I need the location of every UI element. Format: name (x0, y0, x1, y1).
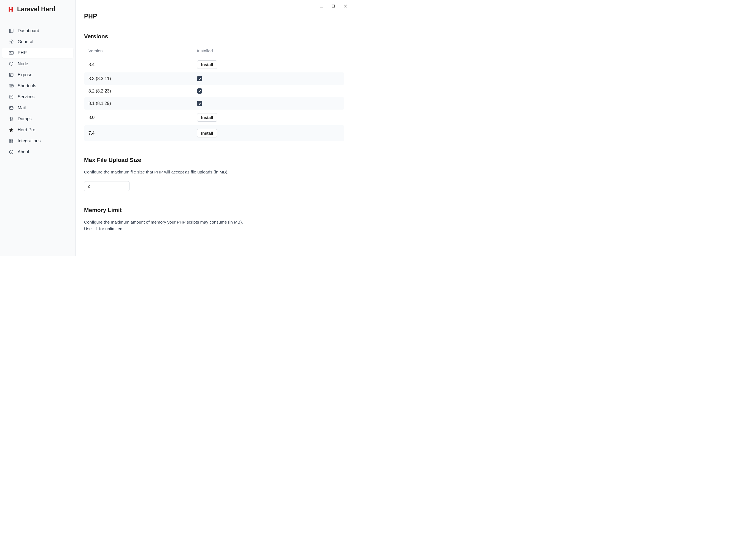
nav-label: Services (18, 94, 34, 99)
sidebar-item-about[interactable]: About (2, 147, 73, 157)
nav-label: Shortcuts (18, 83, 36, 88)
versions-table-header: Version Installed (84, 45, 344, 57)
upload-description: Configure the maximum file size that PHP… (84, 169, 344, 175)
sidebar-header: Laravel Herd (0, 0, 75, 18)
versions-title: Versions (84, 33, 344, 40)
version-label: 8.1 (8.1.29) (88, 101, 197, 106)
svg-point-1 (11, 41, 12, 43)
version-row: 7.4 Install (84, 125, 344, 141)
page-title: PHP (84, 13, 344, 20)
nav-label: Expose (18, 72, 32, 77)
install-button[interactable]: Install (197, 129, 217, 137)
versions-section: Versions Version Installed 8.4 Install 8… (84, 33, 344, 141)
svg-rect-2 (9, 52, 13, 55)
install-cell (197, 101, 340, 106)
nav-label: Dashboard (18, 28, 39, 33)
version-row: 8.0 Install (84, 110, 344, 125)
stack-icon (9, 117, 14, 121)
sidebar: Laravel Herd Dashboard General PHP Node … (0, 0, 76, 256)
col-header-version: Version (88, 48, 197, 53)
svg-point-6 (11, 85, 12, 86)
install-cell: Install (197, 129, 340, 137)
memory-title: Memory Limit (84, 207, 344, 214)
install-cell (197, 76, 340, 81)
memory-desc-line2b: for unlimited. (98, 226, 124, 231)
svg-rect-15 (332, 5, 335, 7)
section-divider (84, 149, 344, 149)
max-upload-input[interactable] (84, 181, 129, 191)
nav-label: Mail (18, 106, 26, 110)
svg-rect-13 (12, 142, 13, 143)
sidebar-item-shortcuts[interactable]: Shortcuts (2, 81, 73, 91)
installed-check-icon (197, 101, 202, 106)
sidebar-item-php[interactable]: PHP (2, 48, 73, 58)
install-button[interactable]: Install (197, 60, 217, 69)
star-icon (9, 128, 14, 133)
terminal-icon (9, 50, 14, 55)
keyboard-icon (9, 83, 14, 88)
version-row: 8.3 (8.3.11) (84, 72, 344, 85)
nav-label: Dumps (18, 117, 32, 121)
mail-icon (9, 106, 14, 110)
section-divider (84, 199, 344, 199)
installed-check-icon (197, 76, 202, 81)
herd-logo-icon (8, 6, 14, 12)
memory-desc-line1: Configure the maximum amount of memory y… (84, 220, 243, 225)
info-icon (9, 150, 14, 155)
memory-description: Configure the maximum amount of memory y… (84, 219, 344, 232)
svg-rect-4 (9, 85, 13, 87)
grid-icon (9, 139, 14, 144)
sidebar-item-herd-pro[interactable]: Herd Pro (2, 125, 73, 135)
upload-section: Max File Upload Size Configure the maxim… (84, 157, 344, 191)
version-label: 8.0 (88, 115, 197, 120)
installed-check-icon (197, 88, 202, 94)
nav-label: PHP (18, 50, 27, 55)
col-header-installed: Installed (197, 48, 340, 53)
svg-rect-11 (12, 139, 13, 141)
svg-point-8 (10, 95, 13, 96)
install-cell (197, 88, 340, 94)
nav-label: Integrations (18, 139, 41, 144)
memory-section: Memory Limit Configure the maximum amoun… (84, 207, 344, 232)
version-label: 8.3 (8.3.11) (88, 76, 197, 81)
svg-rect-10 (10, 139, 11, 141)
window-titlebar (76, 0, 353, 8)
database-icon (9, 94, 14, 99)
memory-desc-code: -1 (93, 226, 98, 231)
version-label: 7.4 (88, 131, 197, 136)
sidebar-item-dumps[interactable]: Dumps (2, 114, 73, 124)
upload-title: Max File Upload Size (84, 157, 344, 163)
version-row: 8.2 (8.2.23) (84, 85, 344, 97)
version-row: 8.4 Install (84, 57, 344, 72)
node-icon (9, 61, 14, 66)
share-icon (9, 72, 14, 77)
dashboard-icon (9, 28, 14, 33)
version-label: 8.4 (88, 62, 197, 67)
nav-label: Node (18, 61, 28, 66)
app-title: Laravel Herd (17, 6, 55, 13)
svg-point-7 (12, 85, 12, 86)
content-area: Versions Version Installed 8.4 Install 8… (76, 27, 353, 256)
sidebar-nav: Dashboard General PHP Node Expose Shortc… (0, 18, 75, 160)
install-cell: Install (197, 113, 340, 122)
main-content: PHP Versions Version Installed 8.4 Insta… (76, 0, 353, 256)
sidebar-item-services[interactable]: Services (2, 92, 73, 102)
install-button[interactable]: Install (197, 113, 217, 122)
sidebar-item-mail[interactable]: Mail (2, 103, 73, 113)
version-label: 8.2 (8.2.23) (88, 89, 197, 94)
gear-icon (9, 39, 14, 44)
sidebar-item-integrations[interactable]: Integrations (2, 136, 73, 146)
nav-label: About (18, 150, 29, 155)
versions-table: Version Installed 8.4 Install 8.3 (8.3.1… (84, 45, 344, 141)
version-row: 8.1 (8.1.29) (84, 97, 344, 110)
install-cell: Install (197, 60, 340, 69)
sidebar-item-dashboard[interactable]: Dashboard (2, 26, 73, 36)
sidebar-item-node[interactable]: Node (2, 59, 73, 69)
sidebar-item-expose[interactable]: Expose (2, 70, 73, 80)
nav-label: General (18, 39, 33, 44)
memory-desc-line2a: Use (84, 226, 93, 231)
svg-rect-12 (10, 142, 11, 143)
nav-label: Herd Pro (18, 128, 35, 133)
page-header: PHP (76, 8, 353, 27)
sidebar-item-general[interactable]: General (2, 37, 73, 47)
